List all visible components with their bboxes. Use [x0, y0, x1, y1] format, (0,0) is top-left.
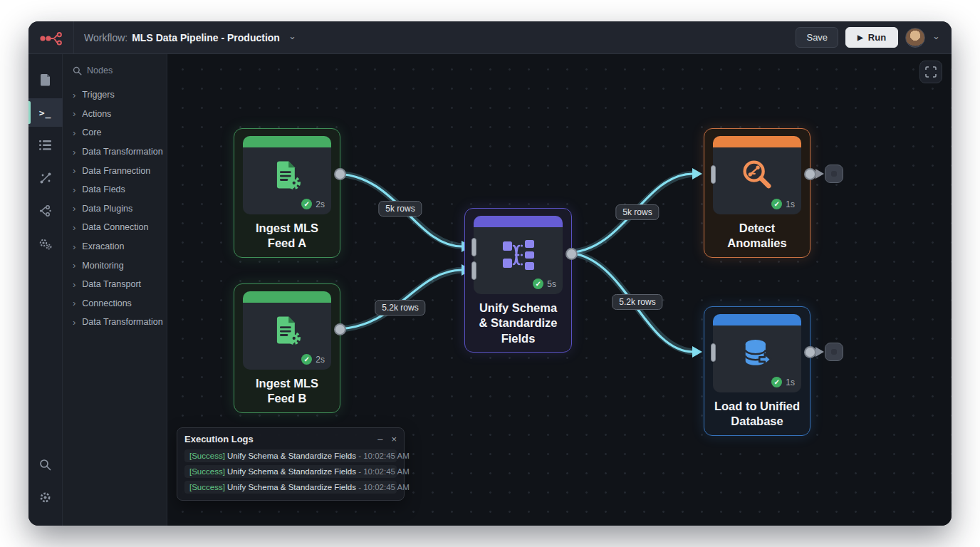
node-detect-anomalies[interactable]: ✓ 1s Detect Anomalies — [704, 128, 810, 258]
node-card: ✓ 1s — [713, 314, 801, 392]
input-port[interactable] — [711, 165, 716, 184]
minimize-icon[interactable]: – — [377, 434, 382, 444]
node-duration: 1s — [786, 377, 795, 387]
chevron-right-icon: › — [73, 298, 75, 308]
save-button[interactable]: Save — [796, 27, 838, 48]
play-icon: ▶ — [858, 33, 863, 41]
user-menu-chevron-icon[interactable]: ⌄ — [932, 31, 940, 41]
edge-label: 5k rows — [615, 204, 659, 220]
flow-circuit-icon — [39, 204, 52, 217]
log-entry: [Success] Unify Schema & Standardize Fie… — [184, 481, 397, 494]
tree-item-exracation[interactable]: ›Exracation — [73, 237, 158, 256]
app-logo[interactable] — [28, 21, 74, 53]
rail-item-files[interactable] — [28, 66, 63, 94]
node-accent-strip — [243, 136, 331, 147]
user-avatar[interactable] — [905, 28, 925, 48]
tree-item-label: Data Transformation — [82, 317, 162, 327]
tree-item-data-plugins[interactable]: ›Data Plugins — [73, 199, 158, 219]
log-timestamp: - 10:02:45 AM — [358, 483, 410, 491]
tree-item-connections[interactable]: ›Connections — [73, 294, 158, 313]
rail-item-settings[interactable] — [28, 483, 63, 511]
node-graph-logo-icon — [39, 28, 63, 47]
workflow-canvas[interactable]: ✓ 2s Ingest MLS Feed A — [167, 54, 952, 526]
rail-item-plugins[interactable] — [28, 229, 63, 258]
fit-view-button[interactable] — [919, 61, 942, 83]
chevron-right-icon: › — [73, 147, 75, 157]
check-icon: ✓ — [771, 377, 782, 387]
rail-item-automation[interactable] — [28, 197, 63, 225]
node-unify-schema[interactable]: ✓ 5s Unify Schema & Standardize Fields — [464, 208, 572, 353]
chevron-right-icon: › — [73, 261, 75, 270]
check-icon: ✓ — [771, 199, 782, 209]
tree-item-label: Data Transformation — [82, 147, 162, 157]
log-timestamp: - 10:02:45 AM — [358, 452, 410, 460]
execution-logs-panel: Execution Logs – × [Success] Unify Schem… — [177, 427, 405, 501]
app-window: Workflow: MLS Data Pipeline - Production… — [28, 21, 952, 526]
search-icon — [39, 459, 51, 471]
node-accent-strip — [243, 291, 331, 303]
run-button[interactable]: ▶ Run — [845, 27, 898, 48]
chevron-right-icon: › — [73, 242, 75, 251]
tree-item-monitoring[interactable]: ›Monitoring — [73, 256, 158, 275]
next-node-placeholder[interactable] — [825, 165, 843, 183]
check-icon: ✓ — [533, 278, 543, 289]
output-port[interactable] — [334, 168, 346, 180]
tree-item-data-connection[interactable]: ›Data Connection — [73, 218, 158, 237]
top-bar: Workflow: MLS Data Pipeline - Production… — [28, 21, 952, 54]
output-port[interactable] — [334, 323, 346, 335]
node-ingest-mls-feed-b[interactable]: ✓ 2s Ingest MLS Feed B — [234, 283, 340, 413]
nodes-search[interactable] — [73, 63, 158, 78]
node-category-tree: ›Triggers ›Actions ›Core ›Data Transform… — [73, 85, 158, 332]
node-ingest-mls-feed-a[interactable]: ✓ 2s Ingest MLS Feed A — [234, 128, 340, 258]
tree-item-label: Triggers — [82, 90, 114, 100]
next-node-placeholder[interactable] — [825, 343, 843, 361]
input-port-2[interactable] — [471, 261, 476, 280]
rail-item-connections-graph[interactable] — [28, 164, 63, 192]
tree-item-label: Data Transport — [82, 279, 141, 289]
rail-item-search[interactable] — [28, 450, 63, 479]
nodes-search-input[interactable] — [87, 66, 158, 75]
node-title: Ingest MLS Feed A — [243, 221, 331, 251]
terminal-icon: >_ — [39, 108, 52, 118]
edge-label: 5.2k rows — [612, 294, 662, 310]
tree-item-data-transformation[interactable]: ›Data Transformation — [73, 142, 158, 162]
tree-item-triggers[interactable]: ›Triggers — [73, 85, 158, 105]
close-icon[interactable]: × — [391, 434, 397, 444]
rail-item-list[interactable] — [28, 131, 63, 160]
input-port-1[interactable] — [471, 238, 476, 256]
tree-item-data-fieds[interactable]: ›Data Fieds — [73, 180, 158, 199]
node-load-to-unified-database[interactable]: ✓ 1s Load to Unified Database — [704, 306, 810, 436]
tree-item-actions[interactable]: ›Actions — [73, 105, 158, 124]
node-title: Detect Anomalies — [713, 221, 801, 251]
tree-item-data-transport[interactable]: ›Data Transport — [73, 275, 158, 294]
chevron-right-icon: › — [73, 185, 75, 194]
tree-item-label: Data Frannection — [82, 166, 150, 176]
chevron-down-icon: ⌄ — [288, 31, 296, 41]
node-card: ✓ 5s — [474, 216, 563, 294]
output-port[interactable] — [804, 346, 816, 358]
file-gear-icon — [269, 157, 306, 194]
tree-item-core[interactable]: ›Core — [73, 123, 158, 142]
log-message: Unify Schema & Standardize Fields — [225, 483, 358, 491]
input-port[interactable] — [711, 343, 716, 362]
node-accent-strip — [713, 136, 801, 147]
tree-item-data-frannection[interactable]: ›Data Frannection — [73, 161, 158, 180]
chevron-right-icon: › — [73, 128, 75, 137]
node-card: ✓ 2s — [243, 291, 331, 370]
log-timestamp: - 10:02:45 AM — [358, 467, 410, 476]
gears-icon — [38, 238, 52, 250]
tree-item-data-transformation-2[interactable]: ›Data Transformation — [73, 313, 158, 332]
tree-item-label: Actions — [82, 109, 111, 119]
log-status: [Success] — [189, 467, 225, 476]
file-gear-icon — [269, 312, 306, 349]
check-icon: ✓ — [301, 199, 312, 209]
node-accent-strip — [474, 216, 563, 227]
node-status: ✓ 1s — [771, 199, 795, 209]
log-entry: [Success] Unify Schema & Standardize Fie… — [184, 449, 397, 462]
node-title: Ingest MLS Feed B — [243, 376, 331, 407]
output-port[interactable] — [804, 168, 816, 180]
logs-title: Execution Logs — [184, 434, 254, 444]
workflow-title-dropdown[interactable]: Workflow: MLS Data Pipeline - Production… — [84, 32, 296, 43]
output-port[interactable] — [565, 248, 578, 260]
rail-item-workflow-editor[interactable]: >_ — [28, 98, 63, 127]
